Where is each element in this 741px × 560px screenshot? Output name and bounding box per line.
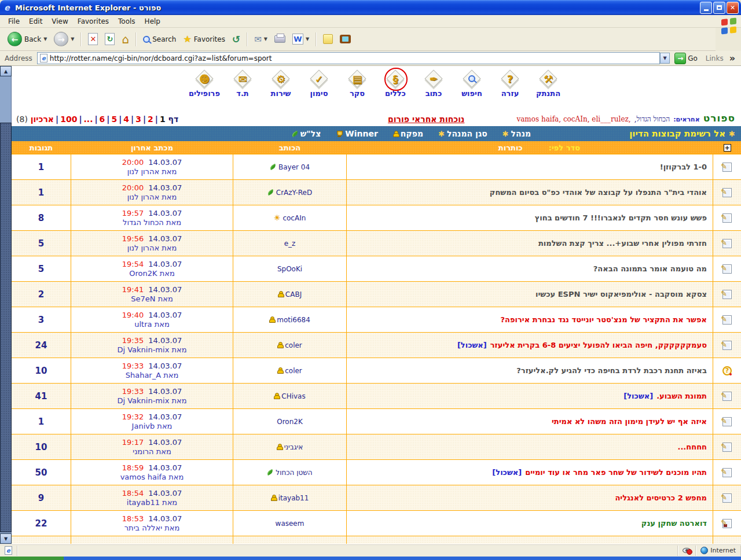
author-name-link[interactable]: cocAIn [283, 214, 306, 222]
home-button[interactable]: ⌂ [119, 32, 132, 46]
topic-title-link[interactable]: איזה אף יש לעידן מימון הזה משהו לא אמיתי [552, 417, 707, 426]
search-button[interactable]: Search [140, 34, 179, 45]
topic-title-link[interactable]: חזרתי מפולין אחרי שבוע+... צריך קצת השלמ… [538, 239, 707, 248]
page-link-100[interactable]: 100 [60, 115, 77, 124]
forum-tool-profiles[interactable]: ☻פרופילים [189, 69, 219, 103]
moderator-name[interactable]: הכחול הגדול, [634, 115, 670, 124]
author-name-link[interactable]: איגביני [284, 443, 303, 451]
last-message-author[interactable]: מאת vamos haifa [120, 473, 184, 481]
menu-file[interactable]: File [3, 16, 24, 27]
topic-title-link[interactable]: פשש עונש חסר תקדים לנאברו!!! 7 חודשים בח… [535, 213, 707, 222]
column-titles[interactable]: כותרות [498, 143, 523, 152]
thread-tag-link[interactable]: [אשכול] [457, 341, 487, 349]
row-status-cell[interactable]: ✎ [713, 460, 741, 485]
topic-title-link[interactable]: דוארטה שחקן ענק [641, 519, 707, 528]
topic-title-link[interactable]: מחפש 2 כרטיסים לאנגליה [615, 493, 707, 502]
menu-edit[interactable]: Edit [24, 16, 47, 27]
last-message-author[interactable]: מאת הכחול הגדול [123, 218, 181, 227]
menu-favorites[interactable]: Favorites [73, 16, 113, 27]
archive-link[interactable]: ארכיון [28, 115, 54, 124]
author-name-link[interactable]: SpOoKi [277, 265, 302, 273]
last-message-author[interactable]: מאת Se7eN [131, 294, 173, 303]
last-message-author[interactable]: מאת ultra [134, 320, 169, 329]
author-name-link[interactable]: coler [285, 341, 302, 349]
last-message-author[interactable]: מאת אהרון לנון [127, 244, 177, 252]
minimize-button[interactable] [700, 2, 712, 14]
scroll-up-button[interactable]: ▲ [0, 66, 12, 76]
windows-taskbar-edge[interactable] [0, 557, 741, 560]
topic-title-link[interactable]: באיזה תחנת רכבת לרדת בחיפה כדי להגיע לק.… [516, 366, 707, 375]
row-status-cell[interactable]: ✎ [713, 409, 741, 434]
menu-help[interactable]: Help [140, 16, 165, 27]
last-message-author[interactable]: מאת הרומני [133, 447, 171, 456]
edit-word-button[interactable]: W ▼ [289, 32, 312, 46]
row-status-cell[interactable]: ✎ [713, 511, 741, 536]
row-status-cell[interactable]: ✎ [713, 536, 741, 544]
row-status-cell[interactable]: ✎ [713, 231, 741, 256]
column-last-message[interactable]: מכתב אחרון [71, 141, 233, 154]
last-message-author[interactable]: מאת אהרון לנון [127, 167, 177, 176]
forum-tool-logout[interactable]: ⚒התנתק [533, 69, 563, 103]
row-status-cell[interactable]: ✎ [713, 307, 741, 332]
moderator-presence-link[interactable]: נוכחות אחראי פורום [388, 115, 464, 124]
page-link-2[interactable]: 2 [148, 115, 153, 124]
notes-button[interactable] [320, 33, 336, 45]
column-author[interactable]: הכותב [233, 141, 346, 154]
favorites-button[interactable]: ★ Favorites [180, 32, 228, 46]
forum-tool-rules[interactable]: §כללים [380, 69, 410, 103]
back-to-forums-link[interactable]: ✱ אל רשימת קבוצות הדיון [629, 128, 735, 139]
author-name-link[interactable]: Oron2K [277, 418, 303, 426]
topic-title-link[interactable]: מה טועמה אומר בתמונה הבאה? [593, 264, 707, 273]
moderator-names[interactable]: vamos haifa, cocAIn, eli___rulez, [516, 115, 630, 123]
author-name-link[interactable]: CABJ [285, 290, 302, 299]
page-link-4[interactable]: 4 [123, 115, 129, 124]
mail-dropdown-icon[interactable]: ▼ [264, 36, 267, 42]
row-status-cell[interactable]: ✎ [713, 256, 741, 281]
author-name-link[interactable]: waseem [276, 520, 305, 528]
mail-button[interactable]: ✉ ▼ [251, 33, 270, 46]
topic-title-link[interactable]: תהיו מוכנים לשידור של שחר פאר מחר או עוד… [525, 468, 707, 477]
row-status-cell[interactable]: ✎ [713, 205, 741, 230]
last-message-author[interactable]: מאת Dj Vaknin-mix [117, 396, 186, 405]
forum-tool-mark[interactable]: ✓סימון [304, 69, 334, 103]
last-message-author[interactable]: מאת Oron2K [129, 269, 174, 278]
column-replies[interactable]: תגובות [12, 141, 71, 154]
forum-tool-service[interactable]: ⚙שירות [266, 69, 296, 103]
forward-button[interactable]: → ▼ [51, 31, 77, 47]
last-message-author[interactable]: מאת יאללה ביתר [124, 524, 180, 532]
page-link-...[interactable]: ... [84, 115, 93, 124]
row-status-cell[interactable]: ✎ [713, 485, 741, 510]
author-name-link[interactable]: השטן הכחול [276, 469, 312, 477]
author-name-link[interactable]: CHivas [281, 392, 305, 400]
row-status-cell[interactable]: ? [713, 358, 741, 383]
back-button[interactable]: ← Back ▼ [5, 31, 50, 47]
topic-title-link[interactable]: תמונת השבוע. [656, 392, 707, 400]
history-button[interactable]: ↺ [229, 32, 243, 46]
thread-tag-link[interactable]: [אשכול] [623, 392, 653, 400]
forward-dropdown-icon[interactable]: ▼ [71, 36, 74, 42]
topic-title-link[interactable]: 1-0 לברקוזן! [660, 163, 707, 171]
page-link-6[interactable]: 6 [100, 115, 105, 124]
print-button[interactable] [272, 34, 288, 44]
close-button[interactable]: ✕ [727, 2, 739, 14]
page-link-5[interactable]: 5 [111, 115, 117, 124]
author-name-link[interactable]: e_z [284, 240, 296, 248]
author-name-link[interactable]: moti6684 [277, 316, 310, 324]
row-status-cell[interactable]: ✎ [713, 154, 741, 179]
last-message-author[interactable]: מאת אהרון לנון [127, 193, 177, 201]
forum-tool-mailbox[interactable]: ✉ת.ד [228, 69, 258, 103]
address-dropdown-icon[interactable]: ▼ [660, 53, 670, 64]
last-message-author[interactable]: מאת itayab11 [127, 498, 177, 507]
row-status-cell[interactable]: ✎ [713, 282, 741, 307]
topic-title-link[interactable]: אוהדי בית"ר התנפלו על קבוצה של אוהדי כפ"… [490, 188, 707, 197]
scrollbar-thumb[interactable] [0, 123, 12, 532]
topic-title-link[interactable]: אפשר את התקציר של מנצ'סטר יונייטד נגד נב… [501, 315, 707, 324]
thread-tag-link[interactable]: [אשכול] [492, 468, 522, 477]
last-message-author[interactable]: מאת Dj Vaknin-mix [117, 345, 186, 354]
go-button[interactable]: → Go [672, 53, 700, 64]
menu-view[interactable]: View [47, 16, 72, 27]
last-message-author[interactable]: מאת Shahar_A [126, 371, 179, 380]
back-dropdown-icon[interactable]: ▼ [43, 36, 47, 42]
topic-title-link[interactable]: סעמקקקקקק, חיפה הביאו להפועל יציעים 6-8 … [490, 341, 707, 349]
page-link-3[interactable]: 3 [135, 115, 141, 124]
